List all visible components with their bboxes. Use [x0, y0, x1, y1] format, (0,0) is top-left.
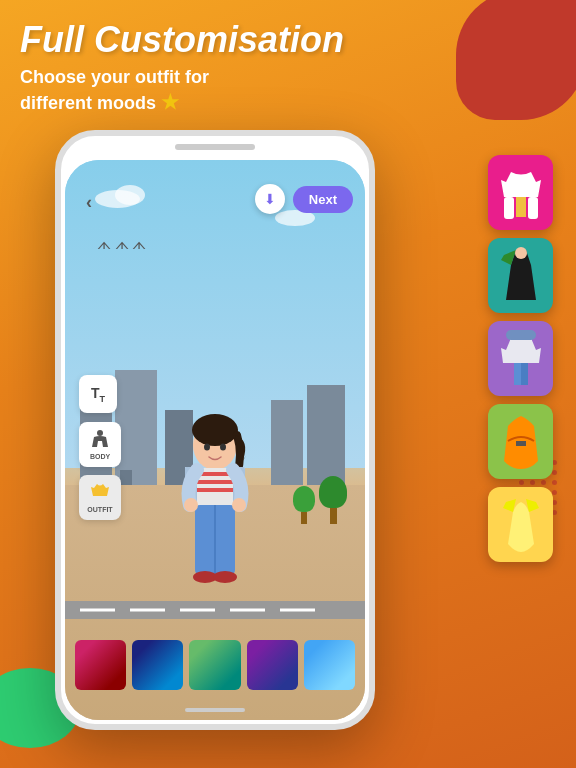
app-background: ᗑ ᗑ ᗑ — [65, 160, 365, 720]
download-button[interactable]: ⬇ — [255, 184, 285, 214]
svg-point-14 — [184, 498, 198, 512]
text-tool-icon: TT — [91, 385, 105, 404]
phone-mockup: ᗑ ᗑ ᗑ — [55, 130, 375, 730]
svg-point-16 — [97, 430, 103, 436]
nav-row: ⬇ Next — [255, 184, 353, 214]
svg-rect-21 — [506, 330, 536, 340]
svg-rect-22 — [514, 363, 521, 385]
next-button[interactable]: Next — [293, 186, 353, 213]
subtitle-line2: different moods — [20, 93, 156, 113]
svg-point-3 — [220, 444, 226, 451]
svg-rect-7 — [197, 488, 233, 492]
thumbnail-2[interactable] — [132, 640, 183, 690]
thumbnail-1[interactable] — [75, 640, 126, 690]
download-icon: ⬇ — [264, 191, 276, 207]
main-title: Full Customisation — [20, 20, 344, 60]
outfit-1-preview — [496, 162, 546, 224]
phone-notch — [175, 144, 255, 150]
outfit-5-preview — [496, 494, 546, 556]
thumbnail-3[interactable] — [189, 640, 240, 690]
outfit-icon — [89, 482, 111, 504]
svg-point-15 — [232, 498, 246, 512]
svg-rect-6 — [197, 480, 233, 484]
outfit-card-1[interactable] — [488, 155, 553, 230]
decorative-blob-top — [456, 0, 576, 120]
svg-rect-18 — [504, 197, 514, 219]
subtitle-line1: Choose your outfit for — [20, 67, 209, 87]
svg-rect-17 — [516, 197, 526, 217]
thumbnail-4[interactable] — [247, 640, 298, 690]
star-icon: ★ — [161, 89, 179, 115]
thumbnails-row — [75, 640, 355, 690]
outfit-4-preview — [496, 411, 546, 473]
svg-point-2 — [204, 444, 210, 451]
tree-1 — [319, 476, 347, 524]
outfit-card-3[interactable] — [488, 321, 553, 396]
outfit-card-5[interactable] — [488, 487, 553, 562]
birds: ᗑ ᗑ ᗑ — [97, 240, 146, 252]
svg-rect-19 — [528, 197, 538, 219]
svg-point-20 — [515, 247, 527, 259]
outfit-card-4[interactable] — [488, 404, 553, 479]
body-icon — [89, 429, 111, 451]
back-button[interactable]: ‹ — [77, 190, 101, 214]
thumbnail-5[interactable] — [304, 640, 355, 690]
character-sprite — [155, 405, 275, 625]
phone-screen: ᗑ ᗑ ᗑ — [65, 160, 365, 720]
text-tool-button[interactable]: TT — [79, 375, 117, 413]
svg-rect-24 — [516, 441, 526, 446]
phone-frame: ᗑ ᗑ ᗑ — [55, 130, 375, 730]
outfit-tool-button[interactable]: OUTFIT — [79, 475, 121, 520]
outfit-3-preview — [496, 328, 546, 390]
tree-2 — [293, 486, 315, 524]
body-tool-button[interactable]: BODY — [79, 422, 121, 467]
svg-point-13 — [213, 571, 237, 583]
home-indicator — [185, 708, 245, 712]
outfit-2-preview — [496, 245, 546, 307]
cloud-2 — [115, 185, 145, 205]
svg-point-1 — [192, 414, 238, 446]
subtitle: Choose your outfit for different moods ★ — [20, 66, 344, 116]
svg-rect-23 — [521, 363, 528, 385]
outfit-card-2[interactable] — [488, 238, 553, 313]
outfit-panel — [488, 155, 558, 562]
header-section: Full Customisation Choose your outfit fo… — [20, 20, 344, 115]
